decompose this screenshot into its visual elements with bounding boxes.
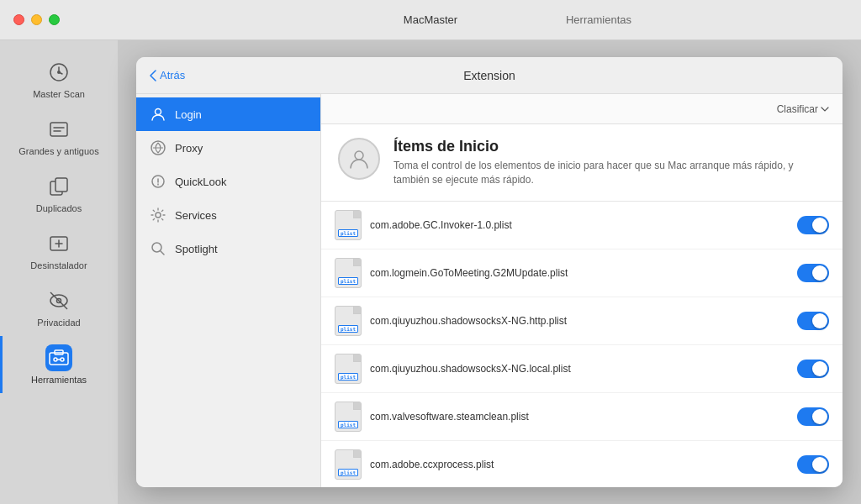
- toggle-4[interactable]: [797, 407, 829, 426]
- file-icon: plist: [335, 402, 362, 432]
- nav-label-services: Services: [175, 209, 217, 222]
- svg-rect-2: [50, 123, 67, 136]
- list-item: plist com.valvesoftware.steamclean.plist: [321, 393, 843, 441]
- file-icon: plist: [335, 449, 362, 480]
- maximize-button[interactable]: [49, 14, 60, 25]
- close-button[interactable]: [13, 14, 24, 25]
- grandes-icon: [45, 116, 72, 143]
- list-item: plist com.adobe.GC.Invoker-1.0.plist: [321, 202, 843, 249]
- sidebar-item-master-scan[interactable]: Master Scan: [0, 50, 118, 108]
- item-name: com.qiuyuzhou.shadowsocksX-NG.local.plis…: [370, 363, 789, 375]
- list-item: plist com.logmein.GoToMeeting.G2MUpdate.…: [321, 249, 843, 297]
- items-list: plist com.adobe.GC.Invoker-1.0.plist pli…: [321, 202, 843, 487]
- list-item: plist com.qiuyuzhou.shadowsocksX-NG.http…: [321, 297, 843, 345]
- sidebar-item-grandes[interactable]: Grandes y antiguos: [0, 108, 118, 165]
- sidebar-label-privacidad: Privacidad: [37, 318, 80, 328]
- back-label: Atrás: [160, 69, 185, 81]
- sidebar-item-herramientas[interactable]: Herramientas: [0, 336, 118, 393]
- desinstalador-icon: [45, 230, 72, 257]
- left-nav: Login Proxy: [136, 94, 321, 487]
- titlebar: MacMaster Herramientas: [0, 0, 861, 40]
- sidebar: Master Scan Grandes y antiguos Duplicado…: [0, 40, 118, 504]
- info-description: Toma el control de los elementos de inic…: [394, 159, 826, 187]
- file-icon: plist: [335, 210, 362, 240]
- file-type-label: plist: [338, 469, 358, 476]
- info-text: Ítems de Inicio Toma el control de los e…: [394, 138, 826, 187]
- herramientas-icon: [45, 344, 72, 371]
- sort-label: Clasificar: [777, 103, 818, 115]
- master-scan-icon: [45, 59, 72, 86]
- item-name: com.valvesoftware.steamclean.plist: [370, 411, 789, 423]
- toggle-2[interactable]: [797, 312, 829, 330]
- window-title: Herramientas: [566, 13, 631, 26]
- active-indicator: [0, 336, 3, 393]
- item-name: com.adobe.GC.Invoker-1.0.plist: [370, 219, 789, 231]
- nav-label-login: Login: [175, 108, 202, 121]
- file-type-label: plist: [338, 277, 358, 285]
- file-icon: plist: [335, 258, 362, 288]
- svg-point-17: [152, 243, 161, 252]
- traffic-lights: [13, 14, 60, 25]
- sidebar-item-privacidad[interactable]: Privacidad: [0, 279, 118, 336]
- info-section: Ítems de Inicio Toma el control de los e…: [321, 124, 843, 202]
- modal-title: Extension: [463, 69, 515, 82]
- file-type-label: plist: [338, 421, 358, 428]
- avatar: [338, 138, 380, 180]
- sidebar-item-desinstalador[interactable]: Desinstalador: [0, 222, 118, 279]
- sidebar-label-duplicados: Duplicados: [36, 203, 82, 213]
- services-icon: [150, 207, 166, 223]
- file-type-label: plist: [338, 325, 358, 333]
- list-item: plist com.adobe.ccxprocess.plist: [321, 441, 843, 487]
- privacidad-icon: [45, 287, 72, 314]
- content-area: Atrás Extension Login: [118, 40, 861, 504]
- login-icon: [150, 106, 166, 123]
- sort-button[interactable]: Clasificar: [777, 103, 829, 115]
- info-title: Ítems de Inicio: [394, 138, 826, 155]
- toggle-1[interactable]: [797, 264, 829, 282]
- toggle-3[interactable]: [797, 360, 829, 378]
- list-item: plist com.qiuyuzhou.shadowsocksX-NG.loca…: [321, 345, 843, 393]
- file-icon: plist: [335, 306, 362, 336]
- sort-bar: Clasificar: [321, 94, 843, 124]
- modal-body: Login Proxy: [136, 94, 843, 487]
- sidebar-label-herramientas: Herramientas: [31, 375, 87, 385]
- file-icon: plist: [335, 354, 362, 384]
- nav-label-spotlight: Spotlight: [175, 243, 218, 255]
- svg-point-16: [156, 213, 161, 218]
- sidebar-label-master-scan: Master Scan: [33, 89, 85, 99]
- sidebar-item-duplicados[interactable]: Duplicados: [0, 165, 118, 222]
- nav-item-proxy[interactable]: Proxy: [136, 131, 320, 165]
- file-type-label: plist: [338, 373, 358, 381]
- spotlight-icon: [150, 240, 166, 257]
- nav-label-quicklook: QuickLook: [175, 176, 226, 188]
- app-name: MacMaster: [404, 13, 457, 26]
- item-name: com.qiuyuzhou.shadowsocksX-NG.http.plist: [370, 315, 789, 327]
- duplicados-icon: [45, 173, 72, 200]
- quicklook-icon: [150, 173, 166, 190]
- item-name: com.logmein.GoToMeeting.G2MUpdate.plist: [370, 267, 789, 279]
- nav-item-spotlight[interactable]: Spotlight: [136, 232, 320, 265]
- modal: Atrás Extension Login: [136, 57, 843, 487]
- minimize-button[interactable]: [31, 14, 42, 25]
- sidebar-label-grandes: Grandes y antiguos: [18, 146, 98, 156]
- app-body: Master Scan Grandes y antiguos Duplicado…: [0, 40, 861, 504]
- toggle-0[interactable]: [797, 216, 829, 234]
- svg-point-1: [57, 71, 61, 74]
- back-button[interactable]: Atrás: [150, 69, 185, 81]
- svg-rect-4: [55, 178, 67, 192]
- nav-label-proxy: Proxy: [175, 142, 203, 155]
- right-content: Clasificar: [321, 94, 843, 487]
- item-name: com.adobe.ccxprocess.plist: [370, 459, 789, 470]
- sidebar-label-desinstalador: Desinstalador: [30, 260, 87, 270]
- nav-item-services[interactable]: Services: [136, 198, 320, 232]
- proxy-icon: [150, 139, 166, 156]
- svg-point-13: [156, 109, 161, 115]
- modal-header: Atrás Extension: [136, 57, 843, 94]
- svg-point-18: [355, 151, 363, 160]
- nav-item-login[interactable]: Login: [136, 97, 320, 131]
- nav-item-quicklook[interactable]: QuickLook: [136, 165, 320, 198]
- file-type-label: plist: [338, 229, 358, 237]
- toggle-5[interactable]: [797, 455, 829, 474]
